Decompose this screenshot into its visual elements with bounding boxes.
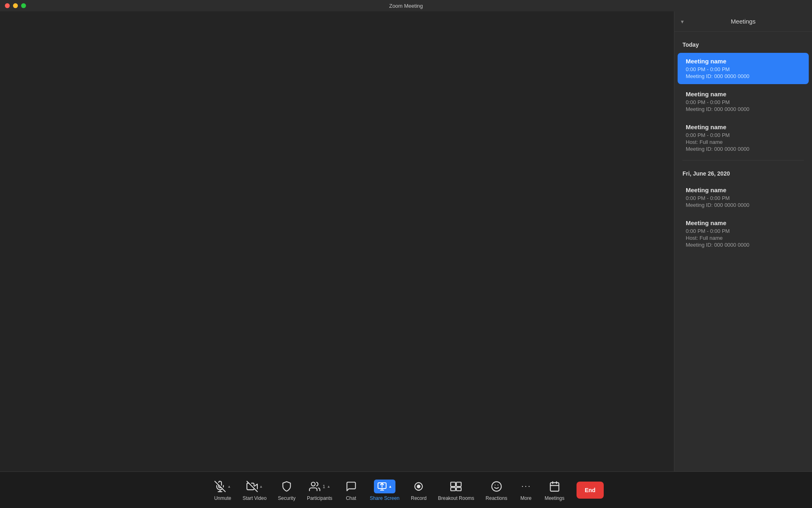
meeting-item[interactable]: Meeting name 0:00 PM - 0:00 PM Meeting I…	[678, 86, 809, 117]
record-label: Record	[411, 495, 427, 501]
maximize-button[interactable]	[21, 3, 26, 8]
meeting-name: Meeting name	[686, 219, 801, 226]
svg-rect-14	[457, 487, 462, 491]
meeting-time: 0:00 PM - 0:00 PM	[686, 228, 801, 234]
record-button[interactable]: Record	[405, 476, 432, 504]
traffic-lights	[5, 3, 26, 8]
meeting-id: Meeting ID: 000 0000 0000	[686, 73, 801, 79]
emoji-icon	[491, 481, 502, 492]
mic-off-icon	[214, 481, 226, 492]
reactions-label: Reactions	[486, 495, 507, 501]
svg-point-4	[311, 482, 315, 486]
share-screen-label: Share Screen	[370, 495, 400, 501]
meeting-name: Meeting name	[686, 187, 801, 193]
meeting-id: Meeting ID: 000 0000 0000	[686, 202, 801, 208]
record-icon	[413, 481, 424, 492]
security-label: Security	[278, 495, 296, 501]
more-label: More	[520, 495, 531, 501]
main-area: ▾ Meetings Today Meeting name 0:00 PM - …	[0, 11, 812, 471]
meeting-item[interactable]: Meeting name 0:00 PM - 0:00 PM Host: Ful…	[678, 215, 809, 253]
future-date-label: Fri, June 26, 2020	[674, 167, 812, 182]
chat-icon	[346, 481, 357, 492]
unmute-button[interactable]: ▲ Unmute	[208, 476, 237, 504]
meeting-time: 0:00 PM - 0:00 PM	[686, 195, 801, 201]
meeting-time: 0:00 PM - 0:00 PM	[686, 132, 801, 138]
close-button[interactable]	[5, 3, 10, 8]
svg-point-10	[417, 485, 420, 488]
collapse-icon[interactable]: ▾	[681, 18, 684, 25]
meeting-id: Meeting ID: 000 0000 0000	[686, 242, 801, 248]
share-screen-button[interactable]: ▲ Share Screen	[364, 476, 405, 504]
svg-rect-21	[550, 482, 559, 491]
security-button[interactable]: Security	[272, 476, 301, 504]
titlebar: Zoom Meeting	[0, 0, 812, 11]
breakout-rooms-button[interactable]: Breakout Rooms	[432, 476, 480, 504]
share-screen-icon	[377, 482, 387, 491]
window-title: Zoom Meeting	[389, 3, 423, 9]
toolbar: ▲ Unmute ▲ Start Video Security	[0, 471, 812, 508]
meeting-name: Meeting name	[686, 124, 801, 130]
video-area	[0, 11, 674, 471]
start-video-button[interactable]: ▲ Start Video	[237, 476, 272, 504]
svg-point-19	[525, 486, 526, 486]
share-chevron: ▲	[389, 484, 392, 488]
meeting-item[interactable]: Meeting name 0:00 PM - 0:00 PM Meeting I…	[678, 182, 809, 213]
reactions-button[interactable]: Reactions	[480, 476, 513, 504]
svg-point-20	[529, 486, 529, 486]
chat-label: Chat	[346, 495, 356, 501]
end-button[interactable]: End	[577, 482, 603, 499]
meeting-host: Host: Full name	[686, 235, 801, 241]
svg-rect-11	[451, 482, 456, 486]
video-off-icon	[246, 481, 258, 492]
meeting-time: 0:00 PM - 0:00 PM	[686, 66, 801, 72]
meeting-item[interactable]: Meeting name 0:00 PM - 0:00 PM Meeting I…	[678, 53, 809, 84]
people-icon	[309, 481, 320, 492]
meetings-divider	[682, 160, 804, 161]
svg-rect-13	[451, 487, 456, 491]
meeting-id: Meeting ID: 000 0000 0000	[686, 146, 801, 152]
meetings-toolbar-label: Meetings	[544, 495, 564, 501]
participants-button[interactable]: 1 ▲ Participants	[301, 476, 338, 504]
calendar-icon	[549, 481, 560, 492]
more-icon	[520, 481, 531, 492]
breakout-rooms-label: Breakout Rooms	[438, 495, 474, 501]
participants-label: Participants	[307, 495, 333, 501]
today-label: Today	[674, 38, 812, 53]
meeting-id: Meeting ID: 000 0000 0000	[686, 106, 801, 112]
chat-button[interactable]: Chat	[338, 476, 364, 504]
unmute-label: Unmute	[214, 495, 231, 501]
meeting-host: Host: Full name	[686, 139, 801, 145]
meeting-item[interactable]: Meeting name 0:00 PM - 0:00 PM Host: Ful…	[678, 119, 809, 157]
shield-icon	[281, 481, 292, 492]
minimize-button[interactable]	[13, 3, 18, 8]
meeting-name: Meeting name	[686, 58, 801, 65]
breakout-icon	[450, 481, 462, 492]
meetings-toolbar-button[interactable]: Meetings	[539, 476, 570, 504]
participants-badge: 1	[323, 484, 325, 489]
svg-point-18	[522, 486, 523, 486]
meeting-name: Meeting name	[686, 91, 801, 98]
meeting-time: 0:00 PM - 0:00 PM	[686, 99, 801, 105]
participants-chevron: ▲	[327, 484, 330, 488]
meetings-header: ▾ Meetings	[674, 11, 812, 32]
video-chevron: ▲	[259, 484, 263, 488]
unmute-chevron: ▲	[227, 484, 231, 488]
svg-rect-12	[457, 482, 462, 486]
more-button[interactable]: More	[513, 476, 539, 504]
meetings-panel-title: Meetings	[731, 18, 756, 25]
start-video-label: Start Video	[242, 495, 266, 501]
svg-point-15	[492, 482, 501, 491]
meetings-list[interactable]: Today Meeting name 0:00 PM - 0:00 PM Mee…	[674, 32, 812, 471]
meetings-panel: ▾ Meetings Today Meeting name 0:00 PM - …	[674, 11, 812, 471]
